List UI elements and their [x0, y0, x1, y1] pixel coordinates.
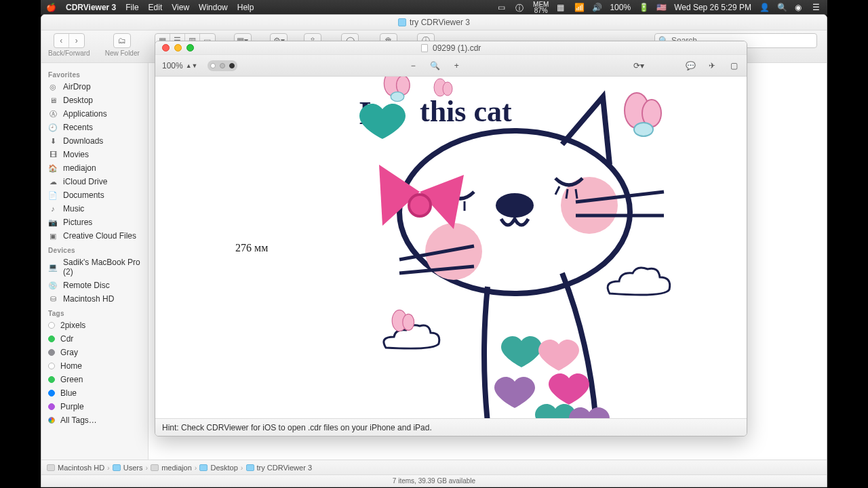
sidebar-item-gray[interactable]: Gray [41, 346, 148, 359]
battery-icon[interactable]: 🔋 [639, 3, 648, 12]
sidebar-item-label: Cdr [60, 334, 73, 344]
mem-value: 87% [534, 7, 548, 14]
display-icon[interactable]: ▭ [498, 3, 507, 12]
grid-icon[interactable]: ▦ [557, 3, 566, 12]
path-crumb-label: try CDRViewer 3 [257, 464, 313, 472]
menu-help[interactable]: Help [237, 3, 254, 12]
menu-view[interactable]: View [172, 3, 189, 12]
zoom-in-button[interactable]: + [450, 61, 462, 70]
minimize-traffic-light[interactable] [174, 44, 182, 52]
sidebar-item-airdrop[interactable]: ◎AirDrop [41, 80, 148, 94]
clock[interactable]: Wed Sep 26 5:29 PM [674, 3, 751, 12]
new-folder-button[interactable]: 🗂 [113, 33, 131, 48]
viewer-canvas[interactable]: 276 мм I this cat [155, 77, 747, 418]
refresh-button[interactable]: ⟳▾ [633, 61, 645, 70]
sidebar-item-label: Recents [63, 123, 93, 132]
sidebar-item-music[interactable]: ♪Music [41, 202, 148, 216]
battery-percent[interactable]: 100% [610, 3, 631, 12]
sidebar-item-applications[interactable]: ⒶApplications [41, 107, 148, 121]
sidebar-item-2pixels[interactable]: 2pixels [41, 319, 148, 332]
user-icon[interactable]: 👤 [760, 3, 769, 12]
path-crumb[interactable]: Users [113, 464, 143, 472]
sidebar-item-remote-disc[interactable]: 💿Remote Disc [41, 279, 148, 292]
path-crumb-label: Users [123, 464, 143, 472]
send-button[interactable]: ✈︎ [706, 61, 718, 70]
document-icon [421, 44, 428, 52]
panel-button[interactable]: ▢ [728, 61, 740, 70]
path-crumb[interactable]: mediajon [151, 464, 192, 472]
zoom-out-button[interactable]: − [407, 61, 419, 70]
zoom-value: 100% [162, 61, 183, 70]
viewer-titlebar[interactable]: 09299 (1).cdr [155, 41, 747, 55]
svg-point-24 [403, 314, 414, 330]
sidebar-item-movies[interactable]: 🎞Movies [41, 148, 148, 161]
sidebar-item-sadik-s-macbook-pro-2-[interactable]: 💻Sadik's MacBook Pro (2) [41, 256, 148, 279]
notification-center-icon[interactable]: ☰ [812, 3, 822, 12]
siri-icon[interactable]: ◉ [795, 3, 804, 12]
sidebar-item-purple[interactable]: Purple [41, 400, 148, 413]
sidebar-head-devices: Devices [41, 243, 148, 256]
volume-icon[interactable]: 🔊 [592, 3, 601, 12]
sidebar-item-creative-cloud-files[interactable]: ▣Creative Cloud Files [41, 229, 148, 243]
sidebar-item-label: Blue [60, 388, 77, 398]
zoom-level[interactable]: 100%▲▼ [162, 61, 198, 70]
sidebar-item-home[interactable]: Home [41, 359, 148, 373]
finder-titlebar[interactable]: try CDRViewer 3 [41, 15, 827, 30]
sidebar-item-label: Creative Cloud Files [63, 231, 136, 241]
sidebar-item-recents[interactable]: 🕘Recents [41, 121, 148, 134]
sidebar-item-mediajon[interactable]: 🏠mediajon [41, 161, 148, 175]
finder-pathbar[interactable]: Macintosh HD›Users›mediajon›Desktop›try … [41, 460, 827, 474]
forward-icon[interactable]: › [69, 34, 84, 47]
tag-dot-icon [48, 390, 55, 396]
spotlight-icon[interactable]: 🔍 [777, 3, 787, 12]
label-back-forward: Back/Forward [48, 49, 90, 57]
sidebar-item-macintosh-hd[interactable]: ⛁Macintosh HD [41, 292, 148, 306]
disc-icon: 💿 [48, 281, 58, 290]
butterfly-icon [434, 79, 452, 96]
sidebar-item-desktop[interactable]: 🖥Desktop [41, 94, 148, 107]
bg-gray-icon[interactable] [220, 63, 225, 68]
path-crumb[interactable]: try CDRViewer 3 [246, 464, 313, 472]
chevron-right-icon: › [107, 464, 110, 472]
info-icon[interactable]: ⓘ [515, 3, 525, 12]
zoom-traffic-light[interactable] [186, 44, 194, 52]
sidebar-item-label: mediajon [63, 163, 96, 173]
sidebar-item-documents[interactable]: 📄Documents [41, 188, 148, 202]
bg-white-icon[interactable] [210, 63, 216, 68]
menu-file[interactable]: File [125, 3, 138, 12]
nav-back-forward[interactable]: ‹ › [54, 33, 85, 48]
background-picker[interactable] [208, 60, 237, 71]
docs-icon: 📄 [48, 190, 58, 200]
flag-icon[interactable]: 🇺🇸 [656, 3, 666, 12]
menu-edit[interactable]: Edit [149, 3, 163, 12]
sidebar-item-label: Home [60, 361, 82, 371]
wifi-icon[interactable]: 📶 [574, 3, 584, 12]
bg-black-icon[interactable] [229, 63, 235, 68]
sidebar-item-label: Gray [60, 348, 78, 357]
sidebar-item-pictures[interactable]: 📷Pictures [41, 216, 148, 229]
sidebar-item-green[interactable]: Green [41, 373, 148, 386]
sidebar-item-downloads[interactable]: ⬇︎Downloads [41, 134, 148, 148]
app-name[interactable]: CDRViewer 3 [66, 3, 116, 12]
menu-window[interactable]: Window [199, 3, 228, 12]
path-crumb[interactable]: Macintosh HD [47, 464, 104, 472]
sidebar-item-label: Movies [63, 150, 89, 159]
zoom-fit-button[interactable]: 🔍 [429, 61, 441, 70]
close-traffic-light[interactable] [162, 44, 170, 52]
folder-icon [113, 464, 121, 471]
finder-statusbar: 7 items, 39.39 GB available [41, 474, 827, 487]
music-icon: ♪ [48, 204, 58, 214]
sidebar-item-blue[interactable]: Blue [41, 386, 148, 400]
path-crumb[interactable]: Desktop [199, 464, 237, 472]
comment-button[interactable]: 💬 [684, 61, 696, 70]
viewer-toolbar: 100%▲▼ − 🔍 + ⟳▾ 💬 ✈︎ ▢ [155, 55, 747, 77]
apple-icon[interactable]: 🍎 [46, 3, 56, 12]
finder-sidebar: Favorites ◎AirDrop🖥DesktopⒶApplications🕘… [41, 63, 149, 466]
sidebar-item-all-tags-[interactable]: All Tags… [41, 413, 148, 427]
measurement-label: 276 мм [235, 242, 268, 254]
folder-icon [199, 464, 208, 471]
back-icon[interactable]: ‹ [54, 34, 69, 47]
sidebar-item-cdr[interactable]: Cdr [41, 332, 148, 346]
sidebar-item-icloud-drive[interactable]: ☁︎iCloud Drive [41, 175, 148, 188]
mem-indicator[interactable]: MEM 87% [533, 1, 549, 14]
